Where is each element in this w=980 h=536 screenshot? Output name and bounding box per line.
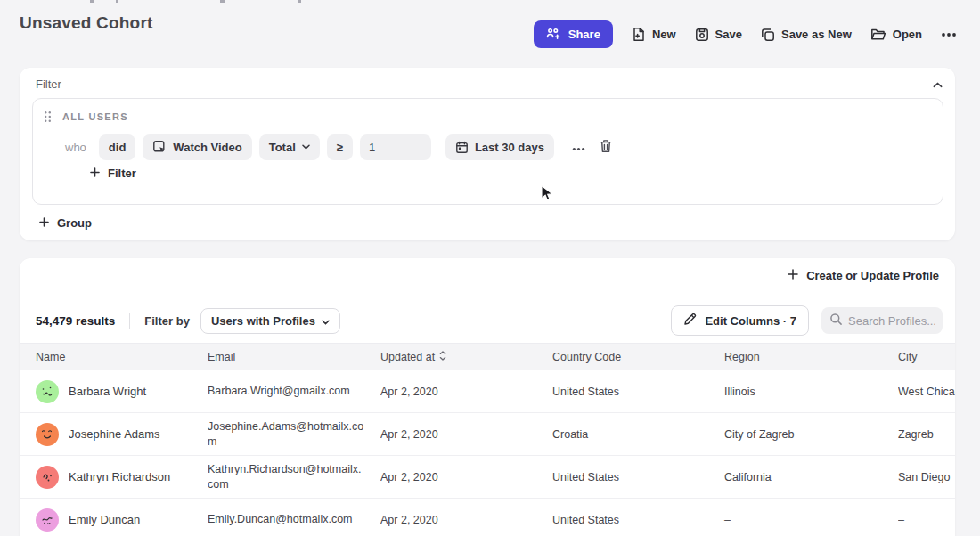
table-row[interactable]: Josephine Adams Josephine.Adams@hotmailx…	[20, 413, 955, 456]
edit-columns-button[interactable]: Edit Columns · 7	[671, 305, 809, 336]
search-profiles-box	[821, 307, 943, 334]
breadcrumb-fragment	[298, 0, 301, 3]
table-row[interactable]: Emily Duncan Emily.Duncan@hotmailx.com A…	[20, 499, 955, 536]
plus-icon	[788, 269, 798, 282]
save-as-new-button-label: Save as New	[781, 28, 852, 41]
save-as-new-icon	[761, 28, 775, 42]
table-row[interactable]: Kathryn Richardson Kathryn.Richardson@ho…	[20, 456, 955, 499]
add-group-button[interactable]: Group	[39, 216, 92, 230]
more-button[interactable]	[941, 32, 957, 37]
profile-updated-at: Apr 2, 2020	[380, 471, 552, 483]
plus-icon	[39, 216, 49, 230]
cohort-builder-app: Unsaved Cohort Share New	[0, 0, 980, 536]
column-header-name: Name	[20, 351, 208, 363]
add-group-label: Group	[57, 216, 92, 230]
profile-filter-dropdown[interactable]: Users with Profiles	[200, 308, 340, 334]
profile-city: West Chicago	[898, 386, 955, 398]
chevron-down-icon	[322, 314, 330, 328]
avatar	[36, 466, 59, 489]
more-icon	[572, 141, 585, 154]
condition-more-button[interactable]	[568, 137, 589, 158]
column-header-email: Email	[208, 351, 380, 363]
filter-condition-row: who did Watch Video Total	[33, 134, 943, 160]
profile-country: United States	[552, 471, 724, 483]
page-title: Unsaved Cohort	[20, 13, 153, 33]
profile-filter-value: Users with Profiles	[211, 314, 315, 328]
operator-label: ≥	[337, 141, 343, 154]
add-filter-button[interactable]: Filter	[90, 166, 136, 180]
new-button-label: New	[652, 28, 676, 41]
profile-region: Illinois	[724, 386, 898, 398]
profile-updated-at: Apr 2, 2020	[380, 514, 552, 526]
results-count: 54,479 results	[36, 314, 115, 328]
collapse-icon[interactable]	[933, 76, 943, 92]
avatar	[36, 508, 59, 532]
profile-name: Barbara Wright	[69, 385, 146, 398]
filter-group-header: ALL USERS	[44, 110, 128, 123]
profile-city: –	[898, 514, 955, 526]
column-header-region: Region	[724, 351, 898, 363]
open-icon	[870, 28, 886, 41]
save-button[interactable]: Save	[695, 28, 742, 42]
profile-city: Zagreb	[898, 428, 955, 441]
did-dropdown[interactable]: did	[99, 134, 136, 160]
create-or-update-profile-button[interactable]: Create or Update Profile	[788, 269, 939, 282]
column-header-city: City	[898, 351, 955, 363]
threshold-input[interactable]	[360, 134, 431, 160]
share-button[interactable]: Share	[534, 20, 613, 48]
event-selector[interactable]: Watch Video	[143, 134, 251, 160]
avatar	[36, 380, 59, 403]
condition-prefix: who	[65, 141, 86, 154]
table-header-row: Name Email Updated at Country Code Regio…	[20, 343, 955, 370]
results-toolbar: 54,479 results Filter by Users with Prof…	[36, 306, 943, 335]
filter-group-box: ALL USERS who did Watch Video	[32, 98, 943, 205]
search-profiles-input[interactable]	[848, 314, 935, 328]
profile-region: –	[724, 514, 898, 526]
add-filter-label: Filter	[108, 166, 136, 180]
column-header-updated-at[interactable]: Updated at	[380, 351, 552, 363]
avatar	[36, 423, 59, 446]
did-label: did	[109, 141, 127, 154]
results-table: Name Email Updated at Country Code Regio…	[20, 343, 955, 536]
filter-section-title: Filter	[36, 77, 61, 91]
profile-name: Josephine Adams	[69, 427, 160, 441]
save-as-new-button[interactable]: Save as New	[761, 28, 852, 42]
table-row[interactable]: Barbara Wright Barbara.Wright@gmailx.com…	[20, 370, 955, 413]
search-icon	[829, 313, 843, 329]
profile-country: United States	[552, 514, 724, 526]
delete-condition-button[interactable]	[596, 135, 616, 159]
edit-columns-label: Edit Columns · 7	[705, 314, 796, 328]
breadcrumb-fragment	[220, 0, 225, 3]
date-range-label: Last 30 days	[475, 141, 544, 154]
more-icon	[941, 32, 957, 37]
save-icon	[695, 28, 709, 42]
event-icon	[152, 140, 167, 154]
plus-icon	[90, 166, 100, 180]
event-label: Watch Video	[173, 141, 241, 154]
open-button-label: Open	[893, 28, 922, 41]
share-icon	[546, 28, 561, 41]
profile-email: Emily.Duncan@hotmailx.com	[208, 512, 380, 527]
profile-region: City of Zagreb	[724, 428, 898, 441]
aggregation-dropdown[interactable]: Total	[259, 134, 320, 160]
trash-icon	[600, 139, 612, 156]
new-icon	[632, 27, 646, 42]
toolbar: Share New Save	[534, 20, 957, 48]
sort-icon[interactable]	[439, 351, 446, 363]
profile-email: Josephine.Adams@hotmailx.com	[208, 419, 380, 450]
filter-group-title: ALL USERS	[62, 111, 128, 122]
calendar-icon	[455, 141, 469, 154]
filter-card: Filter ALL USERS who did	[20, 68, 955, 240]
profile-country: United States	[552, 386, 724, 398]
breadcrumb-fragment	[116, 0, 118, 3]
profile-updated-at: Apr 2, 2020	[380, 428, 552, 441]
new-button[interactable]: New	[632, 27, 676, 42]
drag-handle-icon[interactable]	[44, 110, 52, 123]
operator-button[interactable]: ≥	[327, 134, 353, 160]
open-button[interactable]: Open	[870, 28, 922, 41]
share-button-label: Share	[568, 28, 600, 41]
profile-updated-at: Apr 2, 2020	[380, 386, 552, 398]
create-or-update-profile-label: Create or Update Profile	[806, 269, 939, 282]
date-range-selector[interactable]: Last 30 days	[445, 134, 554, 160]
filter-by-label: Filter by	[144, 314, 190, 328]
